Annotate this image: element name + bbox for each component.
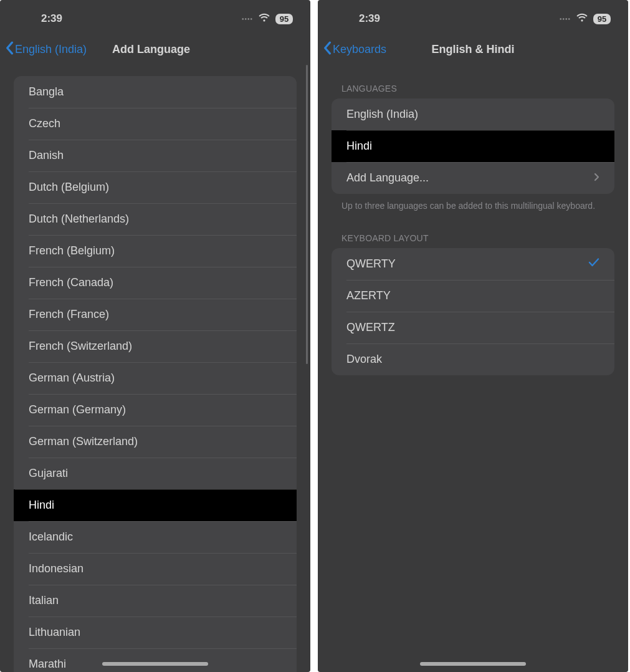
language-label: Icelandic <box>29 530 73 544</box>
layout-row[interactable]: QWERTZ <box>332 312 614 343</box>
language-row[interactable]: Hindi <box>332 130 614 162</box>
layout-label: QWERTY <box>346 257 396 271</box>
status-bar: 2:39 •••• 95 <box>318 0 628 34</box>
status-bar: 2:39 •••• 95 <box>0 0 310 34</box>
chevron-right-icon <box>594 171 599 185</box>
language-row[interactable]: Marathi <box>14 648 297 672</box>
layout-list: QWERTYAZERTYQWERTZDvorak <box>332 248 614 375</box>
wifi-icon <box>576 13 588 25</box>
layout-label: Dvorak <box>346 353 382 366</box>
language-label: French (France) <box>29 308 109 321</box>
language-row[interactable]: Lithuanian <box>14 617 297 648</box>
battery-badge: 95 <box>593 14 611 24</box>
language-label: Danish <box>29 149 64 162</box>
layout-header: KEYBOARD LAYOUT <box>318 233 628 248</box>
status-time: 2:39 <box>359 12 380 25</box>
home-indicator[interactable] <box>102 662 208 666</box>
status-right: •••• 95 <box>242 13 293 25</box>
language-list: BanglaCzechDanishDutch (Belgium)Dutch (N… <box>14 76 297 672</box>
language-label: French (Canada) <box>29 276 113 289</box>
layout-label: AZERTY <box>346 289 391 302</box>
language-row[interactable]: German (Austria) <box>14 362 297 394</box>
nav-bar: Keyboards English & Hindi <box>318 34 628 65</box>
language-label: French (Belgium) <box>29 244 115 257</box>
language-label: Dutch (Netherlands) <box>29 213 129 226</box>
language-row[interactable]: Bangla <box>14 76 297 108</box>
status-time: 2:39 <box>41 12 62 25</box>
language-label: Italian <box>29 594 59 607</box>
status-right: •••• 95 <box>560 13 611 25</box>
language-row[interactable]: French (Canada) <box>14 267 297 299</box>
cellular-dots-icon: •••• <box>560 16 571 22</box>
page-title: English & Hindi <box>318 43 628 56</box>
content: BanglaCzechDanishDutch (Belgium)Dutch (N… <box>0 65 310 672</box>
language-row[interactable]: German (Germany) <box>14 394 297 426</box>
layout-row[interactable]: QWERTY <box>332 248 614 280</box>
language-row[interactable]: French (Switzerland) <box>14 330 297 362</box>
scroll-indicator[interactable] <box>306 65 308 364</box>
check-icon <box>588 257 599 271</box>
screen-keyboard-settings: 2:39 •••• 95 Keyboards English & Hindi L… <box>318 0 628 672</box>
language-row[interactable]: Icelandic <box>14 521 297 553</box>
language-row[interactable]: Czech <box>14 108 297 140</box>
language-label: German (Germany) <box>29 403 126 416</box>
language-row[interactable]: Dutch (Belgium) <box>14 171 297 203</box>
add-language-label: Add Language... <box>346 171 429 185</box>
language-row[interactable]: English (India) <box>332 98 614 130</box>
layout-label: QWERTZ <box>346 321 395 334</box>
language-row[interactable]: Dutch (Netherlands) <box>14 203 297 235</box>
language-row[interactable]: Hindi <box>14 489 297 521</box>
layout-row[interactable]: Dvorak <box>332 343 614 375</box>
language-label: Gujarati <box>29 467 68 480</box>
language-label: Bangla <box>29 85 64 98</box>
language-label: Dutch (Belgium) <box>29 181 109 194</box>
language-label: French (Switzerland) <box>29 340 132 353</box>
language-row[interactable]: Italian <box>14 585 297 617</box>
nav-bar: English (India) Add Language <box>0 34 310 65</box>
layout-row[interactable]: AZERTY <box>332 280 614 312</box>
cellular-dots-icon: •••• <box>242 16 253 22</box>
language-label: Czech <box>29 117 60 130</box>
screen-add-language: 2:39 •••• 95 English (India) Add Languag… <box>0 0 310 672</box>
language-row[interactable]: French (Belgium) <box>14 235 297 267</box>
language-label: Hindi <box>29 499 54 512</box>
language-row[interactable]: Indonesian <box>14 553 297 585</box>
language-label: English (India) <box>346 108 418 121</box>
language-label: Marathi <box>29 658 66 671</box>
language-label: German (Switzerland) <box>29 435 138 448</box>
language-label: Hindi <box>346 140 372 153</box>
languages-header: LANGUAGES <box>318 84 628 98</box>
language-row[interactable]: French (France) <box>14 299 297 330</box>
battery-badge: 95 <box>275 14 293 24</box>
language-label: German (Austria) <box>29 372 115 385</box>
language-label: Lithuanian <box>29 626 80 639</box>
home-indicator[interactable] <box>420 662 526 666</box>
add-language-row[interactable]: Add Language... <box>332 162 614 194</box>
page-title: Add Language <box>0 43 310 56</box>
language-label: Indonesian <box>29 562 84 575</box>
languages-list: English (India)HindiAdd Language... <box>332 98 614 194</box>
language-row[interactable]: Gujarati <box>14 458 297 489</box>
language-row[interactable]: German (Switzerland) <box>14 426 297 458</box>
content: LANGUAGES English (India)HindiAdd Langua… <box>318 65 628 672</box>
languages-footer: Up to three languages can be added to th… <box>318 194 628 212</box>
wifi-icon <box>258 13 270 25</box>
language-row[interactable]: Danish <box>14 140 297 171</box>
